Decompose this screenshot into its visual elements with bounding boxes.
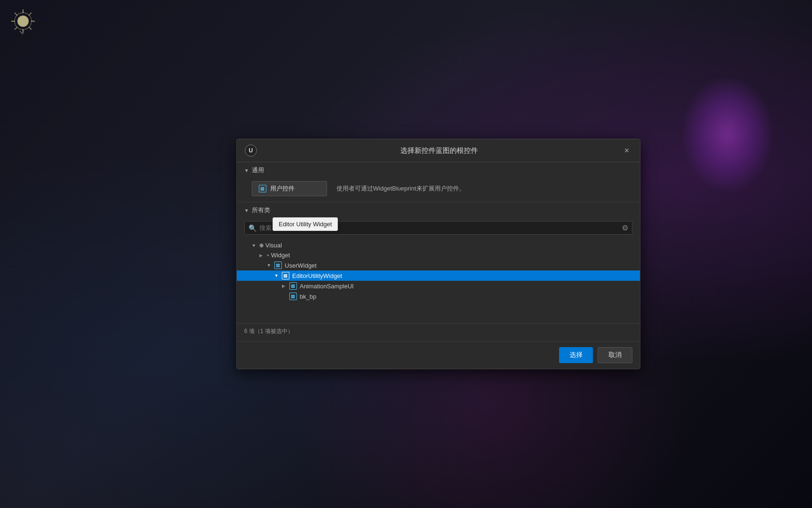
svg-text:U: U	[249, 147, 253, 154]
animationsample-arrow-icon: ▶	[282, 284, 288, 288]
ue-logo: U	[244, 144, 258, 157]
all-classes-label: 所有类	[252, 206, 270, 214]
tree-item-visual[interactable]: ▼ ⬤ Visual	[237, 240, 640, 250]
common-section-label: 通用	[252, 166, 264, 175]
common-section: ▼ 通用 ▤ 用户控件 使用者可通过WidgetBlueprint来扩展用户控件…	[237, 162, 640, 202]
sun-icon	[10, 8, 36, 34]
bkbp-node-icon: ▤	[289, 293, 297, 300]
close-button[interactable]: ×	[621, 145, 632, 156]
svg-point-0	[17, 16, 29, 27]
bkbp-label: bk_bp	[300, 293, 316, 300]
widget-label: Widget	[271, 252, 290, 259]
user-widget-description: 使用者可通过WidgetBlueprint来扩展用户控件。	[333, 184, 465, 193]
tree-item-animationsampleui[interactable]: ▶ ▤ AnimationSampleUI	[237, 281, 640, 291]
tree-item-editorutilitywidget[interactable]: ▼ ▤ EditorUtilityWidget	[237, 270, 640, 281]
dialog-body: ▼ 通用 ▤ 用户控件 使用者可通过WidgetBlueprint来扩展用户控件…	[237, 162, 640, 341]
visual-label: Visual	[265, 242, 282, 249]
editorutility-node-icon: ▤	[282, 272, 289, 279]
userwidget-node-icon: ▤	[274, 262, 282, 269]
all-classes-section: ▼ 所有类 🔍 ⚙ ▼ ⬤ Visual ▶ ●	[237, 202, 640, 341]
svg-line-7	[29, 27, 31, 30]
common-section-header: ▼ 通用	[237, 162, 640, 178]
widget-arrow-icon: ▶	[259, 253, 265, 258]
svg-line-10	[20, 31, 23, 34]
widget-node-icon: ●	[267, 253, 269, 257]
select-button[interactable]: 选择	[559, 347, 593, 363]
editorutility-label: EditorUtilityWidget	[292, 272, 342, 279]
settings-icon[interactable]: ⚙	[622, 223, 628, 232]
visual-node-icon: ⬤	[259, 243, 264, 247]
svg-line-9	[15, 27, 17, 30]
search-bar: 🔍 ⚙	[244, 221, 632, 235]
common-arrow-icon: ▼	[244, 168, 249, 173]
footer: 选择 取消	[237, 341, 640, 369]
animationsample-node-icon: ▤	[289, 282, 297, 290]
svg-line-6	[15, 13, 17, 16]
tree-area: ▼ ⬤ Visual ▶ ● Widget ▼ ▤ UserWidget	[237, 238, 640, 323]
all-classes-header: ▼ 所有类	[237, 202, 640, 218]
editorutility-arrow-icon: ▼	[274, 273, 280, 278]
userwidget-arrow-icon: ▼	[267, 263, 273, 268]
tree-item-widget[interactable]: ▶ ● Widget	[237, 250, 640, 260]
status-text: 6 项（1 项被选中）	[244, 328, 293, 334]
cancel-button[interactable]: 取消	[598, 347, 632, 363]
user-widget-icon: ▤	[259, 185, 266, 192]
title-bar: U 选择新控件蓝图的根控件 ×	[237, 139, 640, 162]
animationsampleui-label: AnimationSampleUI	[300, 283, 354, 290]
user-widget-row: ▤ 用户控件 使用者可通过WidgetBlueprint来扩展用户控件。	[237, 178, 640, 202]
user-widget-button[interactable]: ▤ 用户控件	[252, 181, 327, 196]
all-classes-arrow-icon: ▼	[244, 208, 249, 213]
dialog: U 选择新控件蓝图的根控件 × ▼ 通用 ▤ 用户控件 使用者可通过Widget…	[236, 139, 640, 369]
visual-arrow-icon: ▼	[252, 243, 258, 248]
svg-line-8	[29, 13, 31, 16]
search-icon: 🔍	[249, 224, 257, 232]
search-input[interactable]	[259, 224, 619, 231]
userwidget-label: UserWidget	[285, 262, 317, 269]
status-bar: 6 项（1 项被选中）	[237, 323, 640, 339]
user-widget-label: 用户控件	[270, 184, 295, 193]
dialog-title: 选择新控件蓝图的根控件	[263, 146, 616, 155]
tree-item-userwidget[interactable]: ▼ ▤ UserWidget	[237, 260, 640, 270]
tree-item-bk-bp[interactable]: ▶ ▤ bk_bp	[237, 291, 640, 302]
